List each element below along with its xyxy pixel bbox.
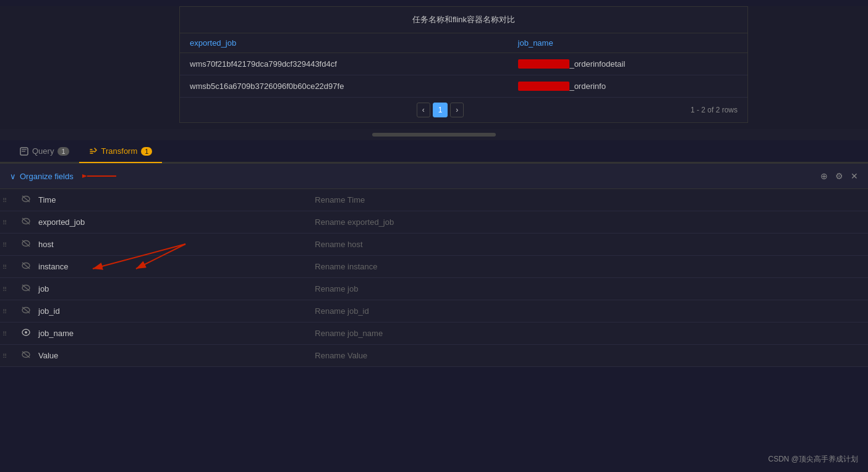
rename-input-time[interactable] [315, 195, 863, 204]
drag-handle-cell[interactable]: ⠿ [0, 300, 19, 322]
drag-handle-cell[interactable]: ⠿ [0, 234, 19, 256]
cell-exported-job-2: wmsb5c16a6709b3726096f0b60ce22d97fe [180, 75, 508, 98]
drag-handle-icon[interactable]: ⠿ [2, 242, 7, 248]
eye-icon[interactable] [21, 262, 31, 271]
drag-handle-icon[interactable]: ⠿ [2, 197, 7, 204]
table-row: wms70f21bf42179dca799dcf329443fd4cf adbs… [180, 53, 747, 75]
drag-handle-icon[interactable]: ⠿ [2, 308, 7, 315]
tab-transform-badge: 1 [141, 147, 152, 156]
next-page-button[interactable]: › [450, 103, 464, 117]
field-eye-cell[interactable] [19, 345, 33, 367]
field-name-cell: instance [33, 256, 310, 278]
drag-handle-icon[interactable]: ⠿ [2, 353, 7, 360]
eye-icon[interactable] [21, 306, 31, 316]
field-name-cell: host [33, 234, 310, 256]
drag-handle-icon[interactable]: ⠿ [2, 264, 7, 271]
drag-handle-icon[interactable]: ⠿ [2, 286, 7, 293]
field-name-cell: Time [33, 189, 310, 211]
tab-query-badge: 1 [57, 147, 69, 156]
field-eye-cell[interactable] [19, 234, 33, 256]
rename-input-exported_job[interactable] [315, 217, 863, 227]
organize-close-btn[interactable]: ✕ [851, 171, 858, 181]
tab-query[interactable]: Query 1 [10, 140, 79, 163]
field-rename-cell[interactable] [310, 322, 868, 345]
organize-gear-btn[interactable]: ⚙ [835, 171, 843, 181]
watermark: CSDN @顶尖高手养成计划 [768, 454, 858, 465]
pagination-info: 1 - 2 of 2 rows [691, 106, 738, 114]
field-eye-cell[interactable] [19, 300, 33, 322]
comparison-table: exported_job job_name wms70f21bf42179dca… [180, 33, 747, 98]
page-1-button[interactable]: 1 [433, 103, 448, 117]
eye-icon[interactable] [21, 217, 31, 227]
field-eye-cell[interactable] [19, 189, 33, 211]
rename-input-job_id[interactable] [315, 306, 863, 316]
eye-icon[interactable] [21, 351, 31, 360]
field-rename-cell[interactable] [310, 345, 868, 367]
eye-icon[interactable] [21, 195, 31, 204]
svg-point-21 [25, 331, 27, 334]
field-eye-cell[interactable] [19, 322, 33, 345]
organize-actions: ⊕ ⚙ ✕ [820, 171, 858, 181]
rename-input-value[interactable] [315, 351, 863, 360]
drag-handle-cell[interactable]: ⠿ [0, 211, 19, 234]
field-rename-cell[interactable] [310, 300, 868, 322]
field-name-cell: job_id [33, 300, 310, 322]
prev-page-button[interactable]: ‹ [417, 103, 430, 117]
field-rename-cell[interactable] [310, 211, 868, 234]
field-row: ⠿ host [0, 234, 868, 256]
arrow-left-annotation [82, 170, 119, 182]
rename-input-host[interactable] [315, 240, 863, 249]
organize-section: ∨ Organize fields ⊕ ⚙ ✕ ⠿ [0, 163, 868, 367]
fields-table: ⠿ Time ⠿ exported_job ⠿ host [0, 189, 868, 367]
field-row: ⠿ job [0, 278, 868, 300]
cell-job-name-1: adbs_cdc_ds__orderinfodetail [508, 53, 747, 75]
col-header-exported-job[interactable]: exported_job [180, 33, 508, 53]
drag-handle-icon[interactable]: ⠿ [2, 219, 7, 226]
drag-handle-cell[interactable]: ⠿ [0, 345, 19, 367]
table-row: wmsb5c16a6709b3726096f0b60ce22d97fe adbs… [180, 75, 747, 98]
drag-handle-icon[interactable]: ⠿ [2, 331, 7, 337]
chevron-icon: ∨ [10, 172, 16, 181]
redacted-text-1: adbs_cdc_ds_ [518, 59, 570, 69]
scroll-thumb[interactable] [372, 133, 496, 137]
panel-title: 任务名称和flink容器名称对比 [180, 7, 747, 33]
tabs-bar: Query 1 Transform 1 [0, 140, 868, 163]
tab-transform-label: Transform [101, 146, 138, 156]
tab-transform[interactable]: Transform 1 [79, 140, 163, 163]
drag-handle-cell[interactable]: ⠿ [0, 322, 19, 345]
scroll-area [0, 129, 868, 140]
organize-title-label: Organize fields [20, 172, 74, 181]
field-row: ⠿ job_name [0, 322, 868, 345]
drag-handle-cell[interactable]: ⠿ [0, 278, 19, 300]
cell-exported-job-1: wms70f21bf42179dca799dcf329443fd4cf [180, 53, 508, 75]
drag-handle-cell[interactable]: ⠿ [0, 189, 19, 211]
cell-job-name-2: adbs_cdc_ds__orderinfo [508, 75, 747, 98]
field-eye-cell[interactable] [19, 278, 33, 300]
eye-icon[interactable] [21, 329, 31, 338]
rename-input-instance[interactable] [315, 262, 863, 271]
transform-icon [89, 147, 98, 156]
field-eye-cell[interactable] [19, 211, 33, 234]
field-rename-cell[interactable] [310, 189, 868, 211]
pagination-controls: ‹ 1 › [190, 103, 691, 117]
field-eye-cell[interactable] [19, 256, 33, 278]
organize-circle-btn[interactable]: ⊕ [820, 171, 828, 181]
field-row: ⠿ Time [0, 189, 868, 211]
eye-icon[interactable] [21, 284, 31, 293]
field-row: ⠿ exported_job [0, 211, 868, 234]
eye-icon[interactable] [21, 240, 31, 249]
query-icon [20, 147, 28, 156]
field-name-cell: job_name [33, 322, 310, 345]
col-header-job-name[interactable]: job_name [508, 33, 747, 53]
field-rename-cell[interactable] [310, 256, 868, 278]
field-row: ⠿ Value [0, 345, 868, 367]
comparison-panel: 任务名称和flink容器名称对比 exported_job job_name w… [179, 6, 748, 123]
drag-handle-cell[interactable]: ⠿ [0, 256, 19, 278]
field-rename-cell[interactable] [310, 234, 868, 256]
pagination-row: ‹ 1 › 1 - 2 of 2 rows [180, 98, 747, 122]
rename-input-job_name[interactable] [315, 329, 863, 338]
field-rename-cell[interactable] [310, 278, 868, 300]
visible-text-2: _orderinfo [569, 82, 606, 91]
rename-input-job[interactable] [315, 284, 863, 293]
organize-title-btn[interactable]: ∨ Organize fields [10, 170, 119, 182]
